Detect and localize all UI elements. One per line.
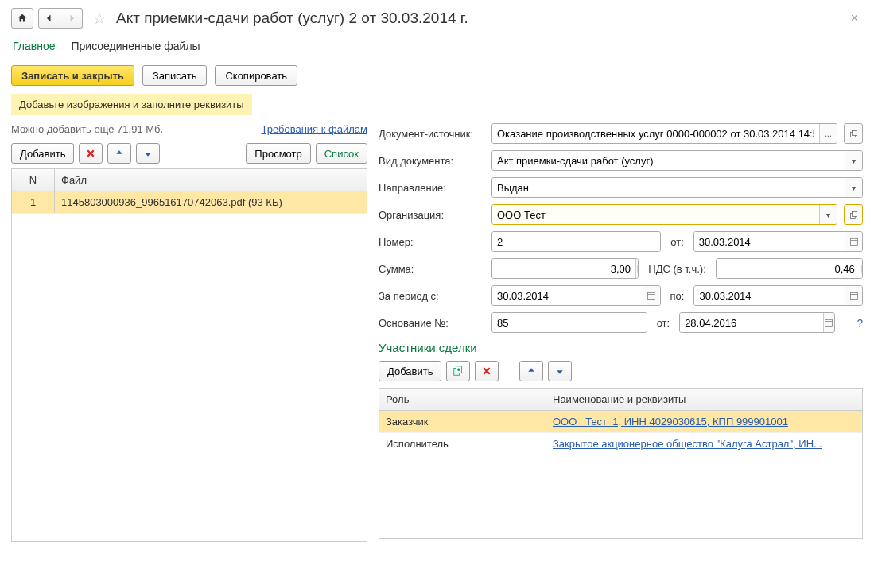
period-to-picker[interactable] [845, 286, 862, 305]
basis-from-label: от: [654, 317, 674, 329]
org-dropdown[interactable]: ▾ [819, 205, 837, 224]
arrow-right-icon [67, 14, 76, 23]
source-label: Документ-источник: [379, 128, 485, 140]
add-file-button[interactable]: Добавить [11, 143, 74, 164]
copy-plus-icon [453, 366, 464, 377]
svg-rect-7 [862, 265, 863, 272]
basis-date-input[interactable] [680, 313, 823, 332]
back-button[interactable] [38, 8, 60, 29]
vat-label: НДС (в т.ч.): [645, 263, 709, 275]
svg-rect-10 [850, 292, 857, 299]
files-table: N Файл 1 1145803000936_996516170742063.p… [11, 168, 367, 542]
basis-label: Основание №: [379, 317, 485, 329]
period-from-input[interactable] [492, 286, 643, 305]
direction-dropdown[interactable]: ▾ [845, 178, 862, 197]
add-participant-button[interactable]: Добавить [379, 361, 441, 381]
number-date-picker[interactable] [845, 232, 862, 251]
participants-table: Роль Наименование и реквизиты Заказчик О… [379, 388, 863, 539]
arrow-up-icon [115, 149, 124, 158]
source-more[interactable]: ... [819, 124, 837, 143]
calendar-icon [849, 237, 859, 246]
requirements-link[interactable]: Требования к файлам [261, 123, 367, 135]
direction-label: Направление: [379, 182, 485, 194]
star-icon[interactable]: ☆ [92, 9, 107, 28]
svg-rect-3 [852, 211, 857, 216]
open-icon [849, 130, 858, 138]
sum-calc-button[interactable] [635, 259, 639, 278]
tab-files[interactable]: Присоединенные файлы [72, 40, 200, 54]
period-label: За период с: [379, 290, 485, 302]
arrow-left-icon [45, 14, 54, 23]
col-file-header[interactable]: Файл [55, 169, 367, 191]
vat-calc-button[interactable] [860, 259, 863, 278]
capacity-text: Можно добавить еще 71,91 Мб. [11, 123, 163, 135]
participant-link[interactable]: ООО _Тест_1, ИНН 4029030615, КПП 9999010… [553, 416, 788, 427]
period-from-picker[interactable] [643, 286, 660, 305]
arrow-down-icon [143, 149, 153, 158]
page-title: Акт приемки-сдачи работ (услуг) 2 от 30.… [116, 10, 841, 27]
vat-input[interactable] [717, 259, 860, 278]
move-participant-up-button[interactable] [519, 361, 543, 381]
svg-rect-4 [850, 238, 857, 245]
preview-button[interactable]: Просмотр [246, 143, 310, 164]
svg-rect-11 [825, 319, 833, 326]
org-input[interactable] [492, 205, 819, 224]
org-label: Организация: [379, 209, 485, 221]
warning-banner: Добавьте изображения и заполните реквизи… [11, 94, 252, 115]
x-red-icon [482, 366, 491, 376]
copy-participant-button[interactable] [446, 361, 470, 381]
col-n-header[interactable]: N [12, 169, 55, 191]
x-red-icon [86, 149, 95, 158]
sum-input[interactable] [492, 259, 635, 278]
doctype-input[interactable] [492, 151, 845, 170]
period-to-input[interactable] [694, 286, 845, 305]
doctype-dropdown[interactable]: ▾ [845, 151, 862, 170]
svg-rect-6 [639, 266, 639, 268]
move-participant-down-button[interactable] [548, 361, 572, 381]
move-up-button[interactable] [107, 143, 131, 164]
copy-button[interactable]: Скопировать [215, 65, 297, 86]
number-input[interactable] [492, 232, 660, 251]
source-input[interactable] [492, 124, 819, 143]
table-row[interactable]: 1 1145803000936_996516170742063.pdf (93 … [12, 191, 367, 214]
svg-rect-9 [648, 292, 655, 299]
list-button[interactable]: Список [316, 143, 367, 164]
col-role-header[interactable]: Роль [379, 389, 546, 410]
arrow-up-icon [526, 366, 536, 376]
basis-input[interactable] [492, 313, 647, 332]
svg-rect-5 [638, 265, 639, 272]
move-down-button[interactable] [136, 143, 160, 164]
direction-input[interactable] [492, 178, 845, 197]
svg-rect-1 [852, 130, 857, 135]
period-to-label: по: [667, 290, 688, 302]
calculator-icon [860, 265, 863, 273]
forward-button[interactable] [60, 8, 83, 29]
home-icon [17, 13, 28, 24]
arrow-down-icon [555, 366, 565, 376]
help-link[interactable]: ? [857, 317, 863, 329]
calendar-icon [849, 291, 859, 300]
open-icon [849, 211, 858, 219]
participant-row[interactable]: Исполнитель Закрытое акционерное обществ… [379, 433, 862, 455]
tab-main[interactable]: Главное [13, 40, 56, 54]
calendar-icon [824, 318, 833, 327]
org-open-button[interactable] [844, 204, 863, 225]
home-button[interactable] [11, 8, 33, 29]
col-name-header[interactable]: Наименование и реквизиты [546, 389, 862, 410]
from-label: от: [667, 236, 687, 248]
sum-label: Сумма: [379, 263, 485, 275]
participants-title: Участники сделки [379, 341, 863, 354]
close-button[interactable]: × [846, 11, 863, 25]
source-open-button[interactable] [844, 123, 863, 144]
calculator-icon [636, 265, 639, 273]
basis-date-picker[interactable] [823, 313, 834, 332]
svg-rect-8 [863, 266, 864, 268]
number-date-input[interactable] [694, 232, 845, 251]
number-label: Номер: [379, 236, 485, 248]
save-button[interactable]: Записать [142, 65, 208, 86]
participant-row[interactable]: Заказчик ООО _Тест_1, ИНН 4029030615, КП… [379, 411, 862, 433]
save-close-button[interactable]: Записать и закрыть [11, 65, 134, 86]
delete-file-button[interactable] [79, 143, 103, 164]
delete-participant-button[interactable] [475, 361, 499, 381]
participant-link[interactable]: Закрытое акционерное общество "Калуга Ас… [553, 438, 822, 450]
